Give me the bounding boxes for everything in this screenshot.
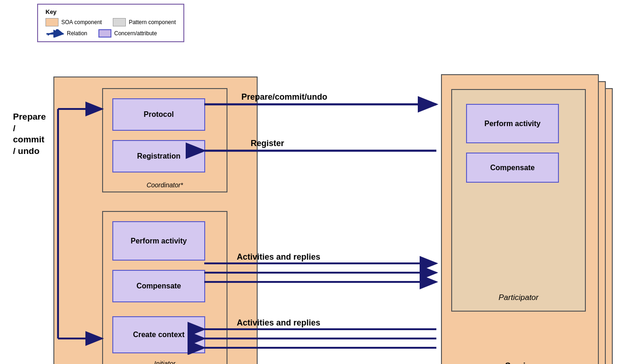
- legend-soa-label: SOA component: [61, 19, 102, 26]
- legend-pattern-label: Pattern component: [129, 19, 175, 26]
- participator-box: Participator Perform activity Compensate: [451, 89, 586, 312]
- coordinator-box: Coordinator* Protocol Registration: [102, 88, 227, 192]
- perform-activity-left-box: Perform activity: [112, 221, 205, 261]
- initiator-box: Initiator Perform activity Compensate Cr…: [102, 211, 227, 364]
- legend-title: Key: [45, 8, 176, 15]
- registration-label: Registration: [137, 152, 180, 160]
- legend-soa: SOA component: [45, 18, 102, 26]
- service-front-box: Service Participator Perform activity Co…: [441, 74, 599, 364]
- compensate-left-box: Compensate: [112, 270, 205, 302]
- compensate-right-box: Compensate: [466, 153, 559, 183]
- perform-activity-right-box: Perform activity: [466, 104, 559, 143]
- protocol-label: Protocol: [144, 110, 174, 119]
- legend-soa-icon: [45, 18, 58, 26]
- perform-activity-left-label: Perform activity: [131, 237, 187, 245]
- compensate-right-label: Compensate: [490, 164, 535, 172]
- create-context-box: Create context: [112, 316, 205, 353]
- coordinator-label: Coordinator*: [103, 181, 227, 189]
- legend-relation-icon: [45, 29, 64, 38]
- left-prepare-label: Prepare/commit/ undo: [13, 111, 57, 157]
- service-label: Service: [442, 361, 598, 364]
- legend-pattern: Pattern component: [113, 18, 175, 26]
- legend-relation-label: Relation: [67, 30, 87, 37]
- legend-concern-label: Concern/attribute: [114, 30, 157, 37]
- legend-box: Key SOA component Pattern component: [37, 4, 184, 42]
- legend-pattern-icon: [113, 18, 126, 26]
- diagram: Prepare/commit/ undo Service consumer Co…: [9, 70, 633, 355]
- participator-label: Participator: [452, 293, 585, 302]
- protocol-box: Protocol: [112, 98, 205, 131]
- legend-concern-icon: [98, 29, 111, 38]
- legend-concern: Concern/attribute: [98, 29, 157, 38]
- perform-activity-right-label: Perform activity: [485, 120, 541, 128]
- legend-relation: Relation: [45, 29, 87, 38]
- compensate-left-label: Compensate: [136, 282, 181, 290]
- initiator-label: Initiator: [103, 360, 227, 364]
- registration-box: Registration: [112, 140, 205, 172]
- create-context-label: Create context: [133, 331, 184, 339]
